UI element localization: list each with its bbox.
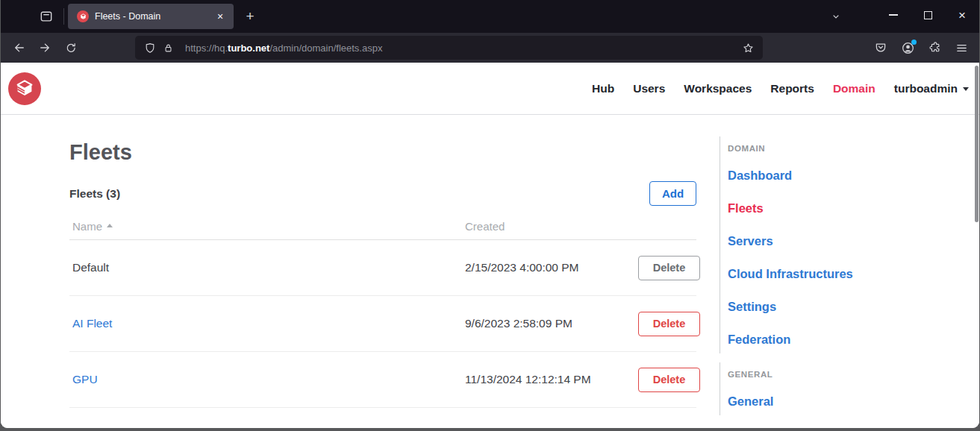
titlebar-separator bbox=[63, 8, 64, 25]
page-content: Fleets Fleets (3) Add Name Created Defau… bbox=[1, 115, 979, 428]
sidebar-section-title: DOMAIN bbox=[728, 144, 943, 153]
nav-domain[interactable]: Domain bbox=[833, 82, 876, 95]
site-header: Hub Users Workspaces Reports Domain turb… bbox=[1, 63, 979, 115]
column-header-created[interactable]: Created bbox=[465, 220, 638, 233]
page-viewport: Hub Users Workspaces Reports Domain turb… bbox=[1, 63, 979, 428]
firefox-view-icon bbox=[39, 9, 54, 24]
list-all-tabs-button[interactable] bbox=[823, 5, 849, 28]
sidebar: DOMAIN Dashboard Fleets Servers Cloud In… bbox=[720, 115, 943, 428]
fleet-name[interactable]: Default bbox=[69, 261, 465, 274]
bookmark-star-button[interactable] bbox=[737, 38, 758, 57]
user-menu-label: turboadmin bbox=[894, 82, 958, 95]
forward-button[interactable] bbox=[32, 36, 57, 60]
pocket-icon bbox=[874, 41, 887, 54]
reload-button[interactable] bbox=[57, 36, 83, 60]
main-column: Fleets Fleets (3) Add Name Created Defau… bbox=[69, 115, 696, 428]
sidebar-section-general: GENERAL General bbox=[720, 362, 943, 415]
sort-asc-icon bbox=[107, 224, 113, 227]
fleet-name-link[interactable]: AI Fleet bbox=[72, 317, 112, 330]
maximize-icon bbox=[924, 11, 932, 19]
url-text: https://hq.turbo.net/admin/domain/fleets… bbox=[185, 43, 382, 54]
turbo-logo-icon[interactable] bbox=[8, 72, 41, 105]
minimize-button[interactable] bbox=[876, 0, 911, 30]
sidebar-section-domain: DOMAIN Dashboard Fleets Servers Cloud In… bbox=[720, 136, 943, 353]
page-scrollbar-thumb[interactable] bbox=[975, 66, 979, 222]
account-notification-badge bbox=[911, 40, 917, 45]
browser-titlebar: Fleets - Domain × + × bbox=[1, 0, 979, 33]
close-icon: × bbox=[958, 9, 966, 22]
minimize-icon bbox=[889, 14, 898, 15]
tracking-protection-shield-icon[interactable] bbox=[144, 42, 156, 54]
close-button[interactable]: × bbox=[945, 0, 979, 30]
fleet-created: 11/13/2024 12:12:14 PM bbox=[465, 373, 638, 386]
sidebar-section-title: GENERAL bbox=[728, 370, 943, 379]
url-bar[interactable]: https://hq.turbo.net/admin/domain/fleets… bbox=[135, 36, 763, 60]
window-controls: × bbox=[876, 0, 979, 30]
sidebar-item-settings[interactable]: Settings bbox=[728, 300, 943, 313]
table-header-row: Name Created bbox=[69, 220, 696, 240]
puzzle-piece-icon bbox=[928, 41, 941, 54]
browser-tab-fleets[interactable]: Fleets - Domain × bbox=[68, 4, 234, 29]
hamburger-icon bbox=[955, 42, 968, 54]
primary-nav: Hub Users Workspaces Reports Domain turb… bbox=[592, 82, 969, 95]
forward-icon bbox=[38, 41, 52, 54]
sidebar-item-servers[interactable]: Servers bbox=[728, 234, 943, 248]
browser-toolbar: https://hq.turbo.net/admin/domain/fleets… bbox=[1, 33, 979, 63]
add-button[interactable]: Add bbox=[649, 181, 696, 206]
back-icon bbox=[13, 41, 26, 54]
pocket-button[interactable] bbox=[867, 36, 894, 60]
page-title: Fleets bbox=[69, 140, 696, 165]
table-row: Default 2/15/2023 4:00:00 PM Delete bbox=[69, 240, 696, 296]
sidebar-item-general[interactable]: General bbox=[728, 394, 943, 408]
table-row: AI Fleet 9/6/2023 2:58:09 PM Delete bbox=[69, 296, 696, 352]
sidebar-item-dashboard[interactable]: Dashboard bbox=[728, 169, 943, 182]
fleet-created: 9/6/2023 2:58:09 PM bbox=[465, 317, 638, 330]
maximize-button[interactable] bbox=[911, 0, 945, 30]
table-row: GPU 11/13/2024 12:12:14 PM Delete bbox=[69, 352, 696, 408]
menu-button[interactable] bbox=[948, 36, 975, 60]
lock-icon[interactable] bbox=[163, 42, 174, 54]
fleet-name-link[interactable]: GPU bbox=[72, 373, 98, 386]
sidebar-item-fleets[interactable]: Fleets bbox=[728, 201, 943, 215]
browser-window: Fleets - Domain × + × bbox=[1, 0, 979, 428]
column-header-name[interactable]: Name bbox=[69, 220, 465, 233]
caret-down-icon bbox=[963, 87, 969, 91]
turbo-favicon-icon bbox=[77, 10, 89, 22]
account-button[interactable] bbox=[894, 36, 921, 60]
chevron-down-icon bbox=[830, 10, 842, 22]
delete-button[interactable]: Delete bbox=[638, 312, 700, 336]
fleet-created: 2/15/2023 4:00:00 PM bbox=[465, 261, 638, 274]
toolbar-right-icons bbox=[867, 36, 975, 60]
list-title: Fleets (3) bbox=[69, 187, 120, 201]
list-header: Fleets (3) Add bbox=[69, 181, 696, 206]
tab-title: Fleets - Domain bbox=[95, 11, 213, 22]
tab-close-icon[interactable]: × bbox=[213, 9, 228, 24]
new-tab-button[interactable]: + bbox=[238, 4, 262, 28]
sidebar-item-federation[interactable]: Federation bbox=[728, 333, 943, 346]
delete-button[interactable]: Delete bbox=[638, 256, 700, 280]
sidebar-item-cloud-infrastructures[interactable]: Cloud Infrastructures bbox=[728, 267, 943, 280]
reload-icon bbox=[64, 42, 77, 54]
nav-workspaces[interactable]: Workspaces bbox=[684, 82, 752, 95]
nav-hub[interactable]: Hub bbox=[592, 82, 614, 95]
back-button[interactable] bbox=[7, 36, 32, 60]
firefox-view-button[interactable] bbox=[33, 4, 60, 28]
nav-users[interactable]: Users bbox=[633, 82, 665, 95]
extensions-button[interactable] bbox=[921, 36, 948, 60]
nav-reports[interactable]: Reports bbox=[770, 82, 814, 95]
user-menu[interactable]: turboadmin bbox=[894, 82, 969, 95]
delete-button[interactable]: Delete bbox=[638, 368, 700, 392]
star-icon bbox=[742, 42, 755, 54]
